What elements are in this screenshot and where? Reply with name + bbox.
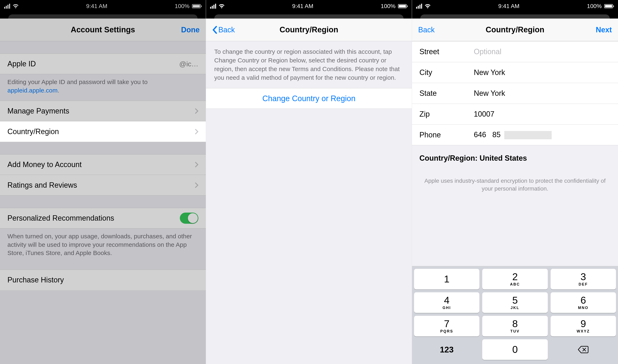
done-button[interactable]: Done bbox=[181, 26, 200, 34]
backspace-icon bbox=[578, 345, 589, 354]
signal-icon bbox=[416, 4, 422, 9]
manage-payments-row[interactable]: Manage Payments bbox=[0, 101, 206, 121]
phone-partial: 85 bbox=[492, 130, 501, 139]
back-button[interactable]: Back bbox=[418, 26, 435, 34]
street-input[interactable] bbox=[474, 41, 618, 62]
status-time: 9:41 AM bbox=[292, 3, 313, 10]
battery-percent: 100% bbox=[175, 3, 190, 10]
page-title: Country/Region bbox=[245, 25, 373, 34]
chevron-right-icon bbox=[195, 108, 198, 114]
numeric-keypad: 12ABC3DEF4GHI5JKL6MNO7PQRS8TUV9WXYZ1230 bbox=[412, 266, 618, 364]
page-title: Account Settings bbox=[39, 25, 167, 34]
signal-icon bbox=[4, 4, 10, 9]
chevron-right-icon bbox=[195, 182, 198, 188]
add-money-row[interactable]: Add Money to Account bbox=[0, 154, 206, 175]
status-bar: 9:41 AM 100% bbox=[412, 0, 618, 12]
appleid-link[interactable]: appleid.apple.com bbox=[7, 87, 58, 94]
city-row[interactable]: City bbox=[412, 62, 618, 83]
zip-input[interactable] bbox=[474, 104, 618, 124]
chevron-right-icon bbox=[195, 129, 198, 135]
city-label: City bbox=[412, 68, 474, 77]
page-title: Country/Region bbox=[451, 25, 579, 34]
street-label: Street bbox=[412, 47, 474, 56]
change-country-button[interactable]: Change Country or Region bbox=[206, 88, 412, 109]
keypad-key-2[interactable]: 2ABC bbox=[482, 269, 548, 289]
status-time: 9:41 AM bbox=[498, 3, 519, 10]
change-country-explainer: To change the country or region associat… bbox=[206, 41, 412, 88]
country-region-row[interactable]: Country/Region bbox=[0, 121, 206, 142]
back-button[interactable]: Back bbox=[212, 26, 235, 34]
zip-row[interactable]: Zip bbox=[412, 104, 618, 125]
nav-bar: Back Country/Region Next bbox=[412, 19, 618, 41]
status-time: 9:41 AM bbox=[86, 3, 107, 10]
status-bar: 9:41 AM 100% bbox=[206, 0, 412, 12]
keypad-key-0[interactable]: 0 bbox=[482, 339, 548, 360]
apple-id-value: @ic… bbox=[179, 60, 198, 68]
phone-row[interactable]: Phone 646 85 bbox=[412, 125, 618, 145]
keypad-key-5[interactable]: 5JKL bbox=[482, 292, 548, 313]
apple-id-label: Apple ID bbox=[7, 60, 36, 68]
apple-id-footnote: Editing your Apple ID and password will … bbox=[0, 74, 206, 94]
battery-icon bbox=[192, 4, 202, 8]
keypad-key-9[interactable]: 9WXYZ bbox=[551, 316, 616, 336]
personalized-toggle[interactable] bbox=[180, 213, 198, 224]
wifi-icon bbox=[425, 4, 431, 8]
status-bar: 9:41 AM 100% bbox=[0, 0, 206, 12]
wifi-icon bbox=[13, 4, 19, 8]
keypad-key-3[interactable]: 3DEF bbox=[551, 269, 616, 289]
state-row[interactable]: State bbox=[412, 83, 618, 104]
battery-icon bbox=[398, 4, 408, 8]
state-input[interactable] bbox=[474, 83, 618, 104]
wifi-icon bbox=[219, 4, 225, 8]
city-input[interactable] bbox=[474, 62, 618, 83]
keypad-key-8[interactable]: 8TUV bbox=[482, 316, 548, 336]
apple-id-row[interactable]: Apple ID @ic… bbox=[0, 53, 206, 74]
keypad-key-4[interactable]: 4GHI bbox=[414, 292, 479, 313]
street-row[interactable]: Street bbox=[412, 41, 618, 62]
personalized-footnote: When turned on, your app usage, download… bbox=[0, 228, 206, 257]
zip-label: Zip bbox=[412, 110, 474, 118]
purchase-history-row[interactable]: Purchase History bbox=[0, 270, 206, 290]
battery-percent: 100% bbox=[587, 3, 602, 10]
personalized-row[interactable]: Personalized Recommendations bbox=[0, 208, 206, 228]
keypad-key-1[interactable]: 1 bbox=[414, 269, 479, 289]
nav-bar: Back Country/Region bbox=[206, 19, 412, 41]
keypad-key-7[interactable]: 7PQRS bbox=[414, 316, 479, 336]
phone-redaction bbox=[504, 131, 552, 139]
ratings-reviews-row[interactable]: Ratings and Reviews bbox=[0, 175, 206, 195]
phone-label: Phone bbox=[412, 130, 474, 139]
chevron-left-icon bbox=[212, 26, 217, 34]
battery-icon bbox=[604, 4, 614, 8]
next-button[interactable]: Next bbox=[596, 26, 612, 34]
keypad-key-123[interactable]: 123 bbox=[414, 339, 479, 360]
state-label: State bbox=[412, 89, 474, 98]
keypad-backspace-key[interactable] bbox=[551, 339, 616, 360]
encryption-note: Apple uses industry-standard encryption … bbox=[412, 165, 618, 193]
phone-area: 646 bbox=[474, 130, 486, 139]
battery-percent: 100% bbox=[381, 3, 396, 10]
signal-icon bbox=[210, 4, 216, 9]
chevron-right-icon bbox=[195, 161, 198, 168]
country-region-header: Country/Region: United States bbox=[412, 145, 618, 165]
keypad-key-6[interactable]: 6MNO bbox=[551, 292, 616, 313]
nav-bar: Account Settings Done bbox=[0, 19, 206, 41]
